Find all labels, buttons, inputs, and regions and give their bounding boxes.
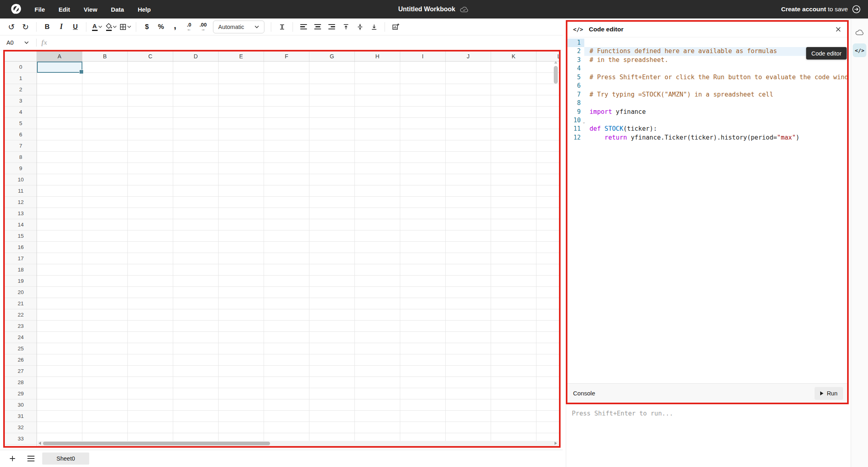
cell-reference-box[interactable]: A0 [6,39,24,46]
text-color-button[interactable]: A [90,20,104,34]
code-line-12[interactable]: 12 return yfinance.Ticker(ticker).histor… [567,134,847,142]
code-line-6[interactable]: 6 [567,82,847,90]
code-line-4[interactable]: 4 [567,64,847,73]
undo-button[interactable]: ↺ [5,20,18,34]
code-line-11[interactable]: 11def STOCK(ticker): [567,125,847,133]
column-header-I[interactable]: I [400,51,446,61]
comma-format-button[interactable]: , [168,19,182,32]
column-header-L[interactable]: L [536,51,559,61]
column-header-G[interactable]: G [309,51,355,61]
bold-button[interactable]: B [41,20,54,34]
spreadsheet-grid[interactable]: ABCDEFGHIJKL 012345678910111213141516171… [3,50,561,448]
row-header-7[interactable]: 7 [5,140,37,152]
row-header-2[interactable]: 2 [5,84,37,95]
row-header-33[interactable]: 33 [5,433,37,444]
row-header-6[interactable]: 6 [5,129,37,140]
borders-button[interactable] [119,20,132,34]
cells-area[interactable] [37,62,559,446]
row-header-1[interactable]: 1 [5,73,37,84]
row-header-31[interactable]: 31 [5,411,37,422]
valign-bottom-button[interactable] [367,20,381,34]
code-line-1[interactable]: 1 [567,39,847,47]
column-header-E[interactable]: E [219,51,264,61]
horizontal-scrollbar[interactable] [43,442,270,445]
text-overflow-button[interactable] [275,20,289,34]
row-header-24[interactable]: 24 [5,332,37,343]
column-header-H[interactable]: H [355,51,400,61]
decrease-decimal-button[interactable]: .0← [182,20,196,34]
code-line-7[interactable]: 7# Try typing =STOCK("AMZN") in a spread… [567,91,847,99]
row-header-5[interactable]: 5 [5,118,37,129]
row-header-4[interactable]: 4 [5,107,37,118]
row-header-28[interactable]: 28 [5,377,37,388]
column-header-D[interactable]: D [173,51,219,61]
add-sheet-button[interactable] [7,453,18,464]
sheet-tab[interactable]: Sheet0 [42,453,89,465]
number-format-select[interactable]: Automatic [213,21,264,33]
menu-view[interactable]: View [84,6,97,13]
row-header-22[interactable]: 22 [5,309,37,321]
code-line-2[interactable]: 2# Functions defined here are available … [567,47,847,56]
column-header-J[interactable]: J [446,51,491,61]
menu-file[interactable]: File [35,6,45,13]
row-header-13[interactable]: 13 [5,208,37,219]
underline-button[interactable]: U [69,20,82,34]
row-header-11[interactable]: 11 [5,185,37,197]
row-header-14[interactable]: 14 [5,219,37,230]
currency-format-button[interactable]: $ [140,20,154,34]
align-left-button[interactable] [297,20,310,34]
vertical-scroll-up-arrow[interactable] [554,61,557,64]
code-editor-sidebar-toggle[interactable]: </> [853,43,866,57]
quadratic-logo-icon[interactable] [10,3,23,16]
create-account-button[interactable]: Create account to save [781,0,861,19]
menu-help[interactable]: Help [138,6,151,13]
column-header-K[interactable]: K [491,51,536,61]
row-header-12[interactable]: 12 [5,197,37,208]
row-header-29[interactable]: 29 [5,388,37,399]
row-header-15[interactable]: 15 [5,230,37,242]
cloud-icon[interactable] [855,28,865,36]
row-header-21[interactable]: 21 [5,298,37,309]
row-header-26[interactable]: 26 [5,354,37,366]
fill-handle[interactable] [79,70,84,74]
row-header-18[interactable]: 18 [5,264,37,276]
close-icon[interactable] [835,26,841,33]
vertical-scrollbar[interactable] [554,66,558,84]
row-header-27[interactable]: 27 [5,366,37,377]
menu-data[interactable]: Data [111,6,124,13]
horizontal-scroll-right-arrow[interactable] [555,442,557,445]
code-editor-content[interactable]: 12# Functions defined here are available… [567,37,847,383]
code-line-3[interactable]: 3# in the spreadsheet. [567,56,847,64]
grid-corner-cell[interactable] [5,51,37,62]
row-header-10[interactable]: 10 [5,174,37,185]
valign-middle-button[interactable] [353,20,366,34]
code-line-8[interactable]: 8 [567,99,847,107]
code-line-10[interactable]: 10⌄ [567,116,847,125]
fill-color-button[interactable] [104,20,118,34]
row-header-9[interactable]: 9 [5,163,37,174]
redo-button[interactable]: ↻ [19,20,32,34]
italic-button[interactable]: I [55,20,68,34]
run-button[interactable]: Run [815,387,843,400]
row-header-20[interactable]: 20 [5,287,37,298]
row-header-19[interactable]: 19 [5,276,37,287]
code-line-9[interactable]: 9import yfinance [567,108,847,116]
console-output[interactable]: Press Shift+Enter to run... [566,404,849,467]
row-header-16[interactable]: 16 [5,242,37,253]
column-header-B[interactable]: B [82,51,128,61]
row-header-30[interactable]: 30 [5,399,37,411]
chevron-down-icon[interactable] [24,41,29,44]
column-header-C[interactable]: C [128,51,173,61]
row-header-17[interactable]: 17 [5,253,37,264]
valign-top-button[interactable] [339,20,352,34]
increase-decimal-button[interactable]: .00→ [197,20,210,34]
row-header-8[interactable]: 8 [5,152,37,163]
align-right-button[interactable] [325,20,338,34]
code-line-5[interactable]: 5# Press Shift+Enter or click the Run bu… [567,73,847,82]
percent-format-button[interactable]: % [154,20,168,34]
column-header-F[interactable]: F [264,51,309,61]
row-header-3[interactable]: 3 [5,95,37,107]
insert-chart-button[interactable] [389,20,402,34]
align-center-button[interactable] [311,20,324,34]
menu-edit[interactable]: Edit [59,6,70,13]
